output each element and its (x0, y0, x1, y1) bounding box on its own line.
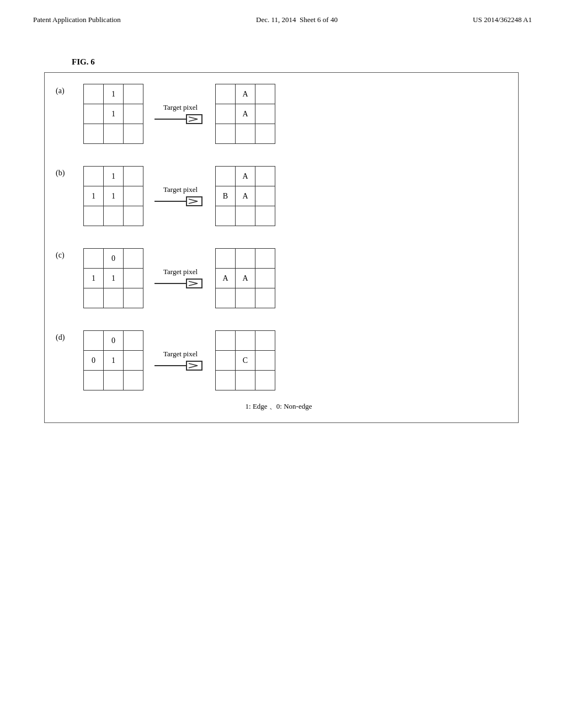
input-cell-c-1-2 (124, 269, 143, 288)
target-pixel-label-b: Target pixel (163, 185, 198, 194)
output-cell-b-1-2 (255, 186, 275, 206)
output-cell-a-2-2 (255, 124, 275, 144)
input-cell-c-1-0: 1 (84, 269, 104, 288)
arrow-group-d: Target pixel (154, 350, 204, 372)
input-cell-a-0-1: 1 (104, 84, 124, 104)
section-body-d: 001Target pixelC (83, 330, 502, 390)
output-cell-c-1-1: A (236, 269, 255, 288)
input-cell-b-0-0 (84, 167, 104, 186)
output-cell-a-2-1 (236, 124, 255, 144)
output-cell-b-2-2 (255, 206, 275, 226)
target-pixel-label-c: Target pixel (163, 267, 198, 276)
svg-rect-7 (186, 361, 202, 370)
section-a: (a)11Target pixelAA (56, 84, 502, 144)
svg-rect-1 (186, 115, 202, 124)
input-cell-d-2-2 (124, 371, 143, 390)
section-body-a: 11Target pixelAA (83, 84, 502, 144)
section-label-d: (d) (56, 330, 78, 342)
section-d: (d)001Target pixelC (56, 330, 502, 390)
section-body-c: 011Target pixelAA (83, 248, 502, 308)
input-cell-a-2-1 (104, 124, 124, 144)
svg-rect-5 (186, 279, 202, 288)
input-cell-b-1-0: 1 (84, 186, 104, 206)
input-cell-a-1-2 (124, 104, 143, 124)
section-b: (b)111Target pixelABA (56, 166, 502, 226)
output-cell-c-0-2 (255, 249, 275, 269)
input-cell-a-1-1: 1 (104, 104, 124, 124)
arrow-svg-c (154, 277, 204, 290)
target-pixel-label-d: Target pixel (163, 350, 198, 358)
output-cell-b-0-2 (255, 167, 275, 186)
output-cell-d-1-1: C (236, 351, 255, 371)
input-cell-c-0-2 (124, 249, 143, 269)
input-grid-d: 001 (83, 330, 143, 390)
arrow-svg-a (154, 113, 204, 125)
output-cell-b-1-0: B (216, 186, 236, 206)
input-cell-a-2-2 (124, 124, 143, 144)
output-cell-a-0-2 (255, 84, 275, 104)
output-grid-a: AA (215, 84, 275, 144)
output-grid-c: AA (215, 248, 275, 308)
output-cell-c-1-0: A (216, 269, 236, 288)
output-cell-d-0-2 (255, 331, 275, 351)
output-cell-d-0-1 (236, 331, 255, 351)
output-cell-c-0-1 (236, 249, 255, 269)
input-grid-a: 11 (83, 84, 143, 144)
arrow-svg-b (154, 195, 204, 207)
output-cell-c-2-0 (216, 288, 236, 308)
input-cell-c-1-1: 1 (104, 269, 124, 288)
output-cell-b-0-0 (216, 167, 236, 186)
input-cell-d-0-1: 0 (104, 331, 124, 351)
figure-label: FIG. 6 (72, 57, 565, 67)
input-cell-d-0-2 (124, 331, 143, 351)
input-cell-d-2-1 (104, 371, 124, 390)
section-label-c: (c) (56, 248, 78, 260)
input-cell-c-2-1 (104, 288, 124, 308)
arrow-group-b: Target pixel (154, 185, 204, 207)
input-cell-c-0-0 (84, 249, 104, 269)
output-cell-d-2-1 (236, 371, 255, 390)
output-cell-c-2-1 (236, 288, 255, 308)
output-cell-a-2-0 (216, 124, 236, 144)
header-left: Patent Application Publication (33, 15, 121, 24)
input-cell-b-2-0 (84, 206, 104, 226)
input-grid-b: 111 (83, 166, 143, 226)
output-cell-c-2-2 (255, 288, 275, 308)
output-cell-d-2-0 (216, 371, 236, 390)
output-cell-b-1-1: A (236, 186, 255, 206)
page-header: Patent Application Publication Dec. 11, … (0, 0, 565, 24)
section-c: (c)011Target pixelAA (56, 248, 502, 308)
input-cell-d-0-0 (84, 331, 104, 351)
output-cell-a-1-2 (255, 104, 275, 124)
header-right: US 2014/362248 A1 (473, 15, 532, 24)
figure-container: (a)11Target pixelAA(b)111Target pixelABA… (44, 72, 519, 423)
output-cell-d-1-0 (216, 351, 236, 371)
input-cell-d-1-1: 1 (104, 351, 124, 371)
output-cell-a-0-1: A (236, 84, 255, 104)
input-cell-c-0-1: 0 (104, 249, 124, 269)
arrow-group-a: Target pixel (154, 103, 204, 125)
footer-note: 1: Edge 、0: Non-edge (56, 402, 502, 411)
input-cell-a-0-2 (124, 84, 143, 104)
input-cell-b-2-2 (124, 206, 143, 226)
output-cell-a-1-1: A (236, 104, 255, 124)
arrow-group-c: Target pixel (154, 267, 204, 290)
input-cell-a-0-0 (84, 84, 104, 104)
output-cell-c-0-0 (216, 249, 236, 269)
section-body-b: 111Target pixelABA (83, 166, 502, 226)
section-label-a: (a) (56, 84, 78, 95)
output-grid-b: ABA (215, 166, 275, 226)
output-cell-d-2-2 (255, 371, 275, 390)
output-cell-b-2-0 (216, 206, 236, 226)
section-label-b: (b) (56, 166, 78, 178)
input-cell-b-2-1 (104, 206, 124, 226)
output-cell-a-0-0 (216, 84, 236, 104)
input-cell-d-2-0 (84, 371, 104, 390)
arrow-svg-d (154, 360, 204, 372)
input-cell-b-0-2 (124, 167, 143, 186)
svg-rect-3 (186, 197, 202, 206)
input-cell-b-0-1: 1 (104, 167, 124, 186)
input-cell-b-1-2 (124, 186, 143, 206)
output-cell-a-1-0 (216, 104, 236, 124)
input-cell-d-1-0: 0 (84, 351, 104, 371)
